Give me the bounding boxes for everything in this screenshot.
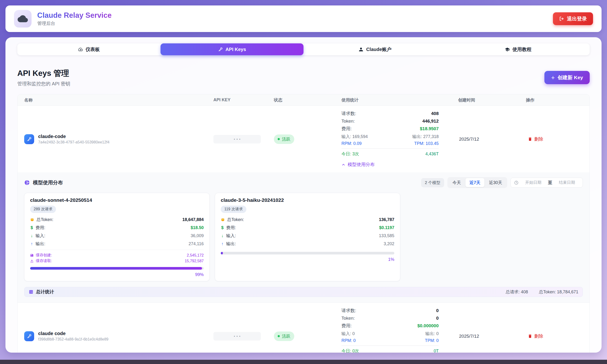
model-input: ↓输入: 36,009 bbox=[30, 233, 204, 239]
today-tokens: 0T bbox=[434, 349, 439, 353]
table-row: claude code f398d8b8-7352-4a88-9a1f-6b1e… bbox=[18, 303, 589, 353]
status-badge: 活跃 bbox=[274, 134, 294, 144]
arrow-down-icon: ↓ bbox=[221, 233, 224, 238]
delete-button[interactable]: 删除 bbox=[526, 333, 543, 339]
main-content-card: 仪表板 API Keys Claude账户 使用教程 API Keys 管理 管… bbox=[5, 37, 602, 353]
stat-value: $0.000000 bbox=[417, 323, 439, 328]
date-range-picker: 至 bbox=[511, 178, 583, 188]
model-stat-value: 36,009 bbox=[191, 233, 204, 238]
stat-label: 费用: bbox=[341, 126, 352, 132]
model-card: claude-3-5-haiku-20241022 119 次请求 总Token… bbox=[215, 193, 400, 281]
usage-percent: 1% bbox=[221, 257, 394, 262]
page-subtitle: 管理和监控您的 API 密钥 bbox=[17, 81, 70, 87]
masked-api-key[interactable]: ••• bbox=[213, 332, 261, 340]
model-distribution-toggle[interactable]: 模型使用分布 bbox=[341, 161, 439, 168]
stat-io: 输入: 0输出: 0 bbox=[341, 331, 439, 337]
tab-label: 使用教程 bbox=[512, 46, 531, 53]
dollar-icon: $ bbox=[221, 225, 224, 230]
distribution-title-label: 模型使用分布 bbox=[33, 179, 63, 186]
tab-dashboard[interactable]: 仪表板 bbox=[17, 43, 161, 55]
model-cost: $费用: $18.50 bbox=[30, 225, 204, 231]
api-key-cell: ••• bbox=[213, 332, 274, 340]
stat-today: 今日: 0次0T bbox=[341, 346, 439, 353]
arrow-up-icon: ↑ bbox=[30, 241, 33, 246]
created-cell: 2025/7/12 bbox=[458, 137, 526, 142]
today-count: 今日: 3次 bbox=[341, 151, 359, 157]
status-dot-icon bbox=[278, 138, 280, 140]
stat-requests: 请求数:0 bbox=[341, 308, 439, 314]
col-usage: 使用统计 bbox=[341, 97, 458, 103]
delete-label: 删除 bbox=[534, 333, 543, 339]
stat-rate: RPM: 0TPM: 0 bbox=[341, 338, 439, 343]
label-text: 费用: bbox=[36, 225, 45, 231]
create-key-label: 创建新 Key bbox=[558, 74, 583, 81]
status-dot-icon bbox=[278, 335, 280, 337]
stat-tpm: TPM: 0 bbox=[425, 338, 439, 343]
label-text: 输出: bbox=[36, 241, 45, 247]
stat-value: 446,912 bbox=[422, 118, 439, 124]
delete-button[interactable]: 删除 bbox=[526, 136, 543, 142]
totals-title: 总计统计 bbox=[29, 289, 54, 295]
logout-button[interactable]: 退出登录 bbox=[553, 12, 593, 25]
pie-chart-icon bbox=[24, 180, 30, 185]
clock-icon bbox=[514, 181, 518, 185]
table-header: 名称 API KEY 状态 使用统计 创建时间 操作 bbox=[18, 94, 589, 106]
end-date-input[interactable] bbox=[555, 180, 579, 185]
filter-today[interactable]: 今天 bbox=[448, 178, 465, 187]
arrow-up-icon: ↑ bbox=[221, 241, 224, 246]
plus-icon: + bbox=[551, 75, 555, 81]
start-date-input[interactable] bbox=[521, 180, 546, 185]
key-icon bbox=[26, 137, 32, 142]
col-api-key: API KEY bbox=[213, 97, 274, 103]
stat-rpm: RPM: 0 bbox=[341, 338, 356, 343]
stat-label: Token: bbox=[341, 316, 355, 321]
status-label: 活跃 bbox=[282, 136, 290, 142]
tab-api-keys[interactable]: API Keys bbox=[161, 43, 304, 55]
key-name: claude-code bbox=[38, 134, 110, 139]
model-stat-value: 274,116 bbox=[189, 241, 204, 246]
col-status: 状态 bbox=[274, 97, 341, 103]
model-stat-value: 18,647,884 bbox=[182, 217, 204, 222]
model-stat-label: ↓输入: bbox=[30, 233, 45, 239]
filter-7days[interactable]: 近7天 bbox=[465, 178, 484, 187]
name-cell: claude code f398d8b8-7352-4a88-9a1f-6b1e… bbox=[18, 331, 213, 341]
stat-rate: RPM: 0.09TPM: 103.45 bbox=[341, 141, 439, 146]
label-text: 输出: bbox=[226, 241, 236, 247]
stat-token: Token:0 bbox=[341, 316, 439, 321]
cache-value: 15,792,587 bbox=[185, 259, 204, 263]
tab-tutorial[interactable]: 使用教程 bbox=[447, 43, 590, 55]
col-name: 名称 bbox=[18, 97, 213, 103]
filter-30days[interactable]: 近30天 bbox=[485, 178, 506, 187]
cache-stats: 缓存创建: 2,545,172 缓存读取: 15,792,587 bbox=[30, 250, 204, 263]
api-key-cell: ••• bbox=[213, 135, 274, 143]
stat-value: 0 bbox=[436, 308, 439, 313]
download-icon bbox=[30, 259, 34, 263]
tab-claude-account[interactable]: Claude账户 bbox=[304, 43, 447, 55]
app-header: Claude Relay Service 管理后台 退出登录 bbox=[5, 5, 602, 32]
model-stat-label: ↓输入: bbox=[221, 233, 236, 239]
create-key-button[interactable]: + 创建新 Key bbox=[544, 71, 590, 84]
api-keys-table: 名称 API KEY 状态 使用统计 创建时间 操作 claude-code 7… bbox=[17, 94, 590, 353]
key-badge bbox=[24, 331, 34, 341]
stat-label: 费用: bbox=[341, 323, 352, 329]
key-icon bbox=[26, 334, 32, 339]
tab-label: Claude账户 bbox=[366, 46, 391, 53]
stat-value: $18.9507 bbox=[420, 126, 439, 131]
model-stat-label: $费用: bbox=[30, 225, 45, 231]
distribution-controls: 2 个模型 今天 近7天 近30天 至 bbox=[421, 177, 583, 188]
totals-requests: 总请求: 408 bbox=[506, 289, 528, 295]
status-label: 活跃 bbox=[282, 333, 290, 339]
page-title: API Keys 管理 bbox=[17, 68, 70, 79]
date-separator: 至 bbox=[548, 180, 552, 185]
label-text: 费用: bbox=[226, 225, 236, 231]
stat-label: Token: bbox=[341, 118, 355, 124]
coin-icon bbox=[30, 218, 34, 222]
floppy-icon bbox=[30, 253, 34, 257]
model-count-badge: 2 个模型 bbox=[421, 178, 444, 187]
label-text: 缓存读取: bbox=[36, 259, 52, 263]
masked-api-key[interactable]: ••• bbox=[213, 135, 261, 143]
key-name: claude code bbox=[38, 331, 108, 336]
model-name: claude-sonnet-4-20250514 bbox=[30, 197, 204, 203]
key-icon bbox=[218, 47, 223, 52]
stat-cost: 费用:$0.000000 bbox=[341, 323, 439, 329]
